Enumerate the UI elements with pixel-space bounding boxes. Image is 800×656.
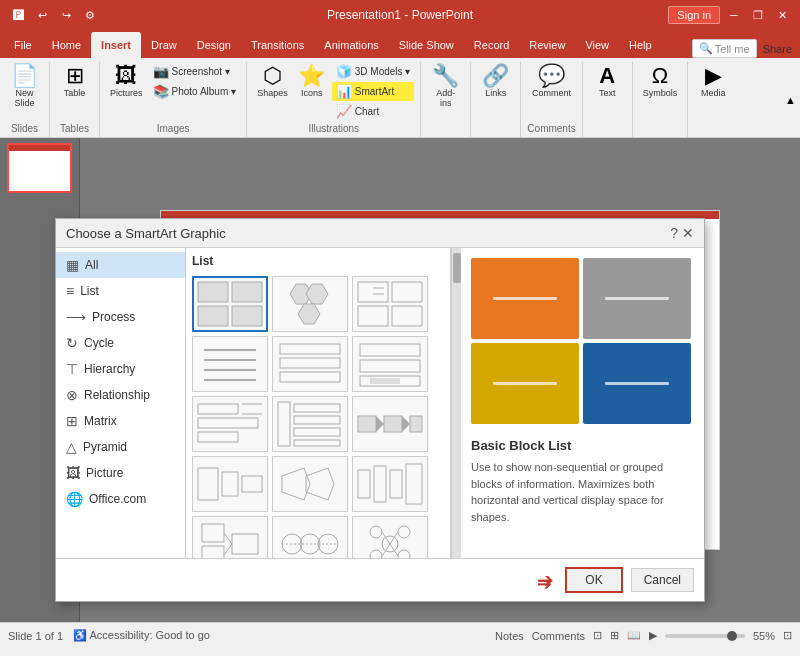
share-button[interactable]: Share — [763, 43, 792, 55]
svg-rect-1 — [232, 282, 262, 302]
thumb-vertical-list[interactable] — [272, 396, 348, 452]
tab-review[interactable]: Review — [519, 32, 575, 58]
tab-help[interactable]: Help — [619, 32, 662, 58]
svg-rect-19 — [280, 372, 340, 382]
text-button[interactable]: A Text — [589, 62, 625, 101]
tab-record[interactable]: Record — [464, 32, 519, 58]
thumb-basic-block[interactable] — [192, 276, 268, 332]
notes-button[interactable]: Notes — [495, 630, 524, 642]
images-col: 📷 Screenshot ▾ 📚 Photo Album ▾ — [149, 62, 241, 101]
dialog-help-button[interactable]: ? — [670, 225, 678, 241]
dialog-body: ▦ All ≡ List ⟶ Process ↻ Cycle — [56, 248, 704, 558]
restore-button[interactable]: ❐ — [748, 5, 768, 25]
photo-album-label: Photo Album — [172, 86, 229, 97]
category-all[interactable]: ▦ All — [56, 252, 185, 278]
category-list[interactable]: ≡ List — [56, 278, 185, 304]
3d-models-button[interactable]: 🧊 3D Models ▾ — [332, 62, 415, 81]
screenshot-button[interactable]: 📷 Screenshot ▾ — [149, 62, 241, 81]
tab-insert[interactable]: Insert — [91, 32, 141, 58]
thumb-chevrons[interactable] — [272, 456, 348, 512]
ribbon-body: 📄 NewSlide Slides ⊞ Table Tables 🖼 Pictu… — [0, 58, 800, 138]
close-button[interactable]: ✕ — [772, 5, 792, 25]
new-slide-button[interactable]: 📄 NewSlide — [7, 62, 43, 111]
undo-button[interactable]: ↩ — [32, 5, 52, 25]
thumb-vertical-blocks[interactable] — [352, 336, 428, 392]
ribbon-expand[interactable]: ▲ — [785, 62, 800, 137]
pyramid-icon: △ — [66, 439, 77, 455]
addins-button[interactable]: 🔧 Add-ins — [428, 62, 464, 111]
thumb-nodes[interactable] — [352, 516, 428, 558]
thumb-svg-5 — [276, 340, 344, 388]
svg-line-59 — [224, 533, 232, 544]
thumb-svg-15 — [356, 520, 424, 558]
minimize-button[interactable]: ─ — [724, 5, 744, 25]
thumb-boxes[interactable] — [352, 456, 428, 512]
view-normal-button[interactable]: ⊡ — [593, 629, 602, 642]
thumb-computer[interactable] — [192, 516, 268, 558]
svg-rect-58 — [232, 534, 258, 554]
thumb-segmented[interactable] — [352, 276, 428, 332]
links-button[interactable]: 🔗 Links — [478, 62, 514, 101]
symbols-button[interactable]: Ω Symbols — [639, 62, 682, 101]
view-slide-sorter-button[interactable]: ⊞ — [610, 629, 619, 642]
view-slideshow-button[interactable]: ▶ — [649, 629, 657, 642]
photo-album-button[interactable]: 📚 Photo Album ▾ — [149, 82, 241, 101]
tab-view[interactable]: View — [575, 32, 619, 58]
chart-button[interactable]: 📈 Chart — [332, 102, 415, 121]
svg-marker-6 — [298, 304, 320, 324]
tab-home[interactable]: Home — [42, 32, 91, 58]
category-matrix[interactable]: ⊞ Matrix — [56, 408, 185, 434]
smartart-button[interactable]: 📊 SmartArt — [332, 82, 415, 101]
svg-line-45 — [282, 492, 304, 500]
ok-button[interactable]: OK — [565, 567, 622, 593]
tab-animations[interactable]: Animations — [314, 32, 388, 58]
category-relationship[interactable]: ⊗ Relationship — [56, 382, 185, 408]
category-process[interactable]: ⟶ Process — [56, 304, 185, 330]
category-relationship-label: Relationship — [84, 388, 150, 402]
media-button[interactable]: ▶ Media — [695, 62, 731, 101]
ok-container: ➔ OK — [565, 567, 622, 593]
redo-button[interactable]: ↪ — [56, 5, 76, 25]
dialog-close-button[interactable]: ✕ — [682, 225, 694, 241]
category-office365[interactable]: 🌐 Office.com — [56, 486, 185, 512]
shapes-button[interactable]: ⬡ Shapes — [253, 62, 292, 101]
category-pyramid[interactable]: △ Pyramid — [56, 434, 185, 460]
thumb-process-arrows[interactable] — [352, 396, 428, 452]
thumb-trapezoids[interactable] — [192, 456, 268, 512]
category-cycle[interactable]: ↻ Cycle — [56, 330, 185, 356]
zoom-slider[interactable] — [665, 634, 745, 638]
tab-draw[interactable]: Draw — [141, 32, 187, 58]
table-button[interactable]: ⊞ Table — [57, 62, 93, 101]
tab-transitions[interactable]: Transitions — [241, 32, 314, 58]
thumb-circles[interactable] — [272, 516, 348, 558]
tab-slide-show[interactable]: Slide Show — [389, 32, 464, 58]
customize-qat-button[interactable]: ⚙ — [80, 5, 100, 25]
comments-status-button[interactable]: Comments — [532, 630, 585, 642]
scrollbar-thumb[interactable] — [453, 253, 461, 283]
comment-button[interactable]: 💬 Comment — [528, 62, 575, 101]
smartart-icon: 📊 — [336, 84, 352, 99]
thumb-svg-9 — [356, 400, 424, 448]
thumbnails-pane: List — [186, 248, 451, 558]
tab-file[interactable]: File — [4, 32, 42, 58]
images-group: 🖼 Pictures 📷 Screenshot ▾ 📚 Photo Album … — [100, 62, 247, 137]
icons-button[interactable]: ⭐ Icons — [294, 62, 330, 101]
fit-slide-button[interactable]: ⊡ — [783, 629, 792, 642]
thumb-alternating[interactable] — [192, 396, 268, 452]
thumb-honeycomb[interactable] — [272, 276, 348, 332]
thumb-lines[interactable] — [192, 336, 268, 392]
tab-design[interactable]: Design — [187, 32, 241, 58]
sign-in-button[interactable]: Sign in — [668, 6, 720, 24]
cancel-button[interactable]: Cancel — [631, 568, 694, 592]
illustrations-col: 🧊 3D Models ▾ 📊 SmartArt 📈 Chart — [332, 62, 415, 121]
category-hierarchy[interactable]: ⊤ Hierarchy — [56, 356, 185, 382]
pictures-button[interactable]: 🖼 Pictures — [106, 62, 147, 101]
category-picture[interactable]: 🖼 Picture — [56, 460, 185, 486]
thumb-stacked-bars[interactable] — [272, 336, 348, 392]
tell-me-input[interactable]: 🔍 Tell me — [692, 39, 757, 58]
svg-rect-32 — [294, 428, 340, 436]
svg-point-67 — [370, 550, 382, 558]
svg-line-72 — [382, 544, 390, 556]
view-reading-button[interactable]: 📖 — [627, 629, 641, 642]
thumbnails-scrollbar[interactable] — [451, 248, 461, 558]
